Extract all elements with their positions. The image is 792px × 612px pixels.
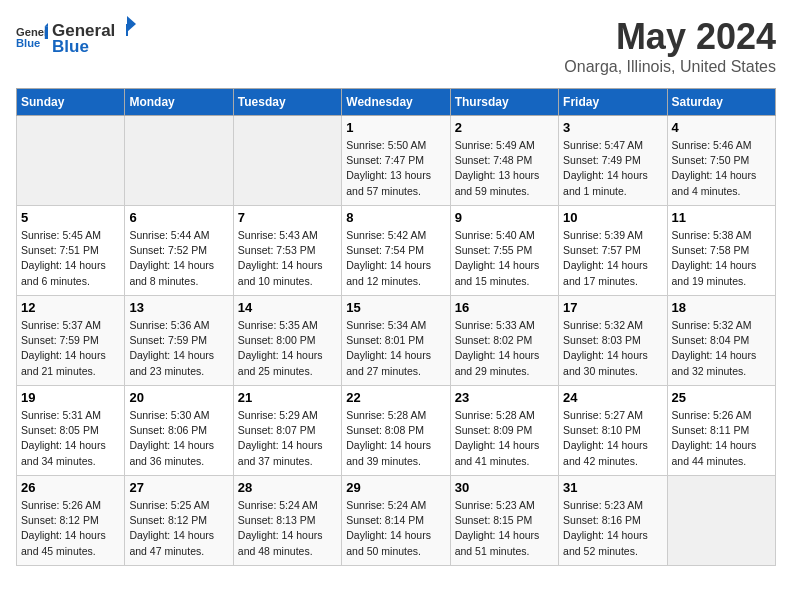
week-row-3: 12Sunrise: 5:37 AMSunset: 7:59 PMDayligh… xyxy=(17,296,776,386)
weekday-header-friday: Friday xyxy=(559,89,667,116)
day-cell xyxy=(233,116,341,206)
cell-info: Sunrise: 5:46 AMSunset: 7:50 PMDaylight:… xyxy=(672,138,771,199)
cell-info: Sunrise: 5:30 AMSunset: 8:06 PMDaylight:… xyxy=(129,408,228,469)
svg-marker-4 xyxy=(127,16,136,32)
svg-text:General: General xyxy=(16,25,48,37)
day-number: 25 xyxy=(672,390,771,405)
cell-info: Sunrise: 5:49 AMSunset: 7:48 PMDaylight:… xyxy=(455,138,554,199)
cell-info: Sunrise: 5:31 AMSunset: 8:05 PMDaylight:… xyxy=(21,408,120,469)
cell-info: Sunrise: 5:39 AMSunset: 7:57 PMDaylight:… xyxy=(563,228,662,289)
day-number: 1 xyxy=(346,120,445,135)
day-cell: 7Sunrise: 5:43 AMSunset: 7:53 PMDaylight… xyxy=(233,206,341,296)
cell-info: Sunrise: 5:42 AMSunset: 7:54 PMDaylight:… xyxy=(346,228,445,289)
day-cell: 26Sunrise: 5:26 AMSunset: 8:12 PMDayligh… xyxy=(17,476,125,566)
weekday-header-tuesday: Tuesday xyxy=(233,89,341,116)
day-cell xyxy=(125,116,233,206)
day-number: 6 xyxy=(129,210,228,225)
day-number: 26 xyxy=(21,480,120,495)
day-number: 29 xyxy=(346,480,445,495)
weekday-header-wednesday: Wednesday xyxy=(342,89,450,116)
day-cell: 21Sunrise: 5:29 AMSunset: 8:07 PMDayligh… xyxy=(233,386,341,476)
day-number: 21 xyxy=(238,390,337,405)
day-cell: 18Sunrise: 5:32 AMSunset: 8:04 PMDayligh… xyxy=(667,296,775,386)
cell-info: Sunrise: 5:28 AMSunset: 8:08 PMDaylight:… xyxy=(346,408,445,469)
subtitle: Onarga, Illinois, United States xyxy=(564,58,776,76)
cell-info: Sunrise: 5:28 AMSunset: 8:09 PMDaylight:… xyxy=(455,408,554,469)
day-cell: 23Sunrise: 5:28 AMSunset: 8:09 PMDayligh… xyxy=(450,386,558,476)
cell-info: Sunrise: 5:43 AMSunset: 7:53 PMDaylight:… xyxy=(238,228,337,289)
cell-info: Sunrise: 5:34 AMSunset: 8:01 PMDaylight:… xyxy=(346,318,445,379)
week-row-5: 26Sunrise: 5:26 AMSunset: 8:12 PMDayligh… xyxy=(17,476,776,566)
day-cell: 30Sunrise: 5:23 AMSunset: 8:15 PMDayligh… xyxy=(450,476,558,566)
day-cell: 24Sunrise: 5:27 AMSunset: 8:10 PMDayligh… xyxy=(559,386,667,476)
main-title: May 2024 xyxy=(564,16,776,58)
cell-info: Sunrise: 5:32 AMSunset: 8:04 PMDaylight:… xyxy=(672,318,771,379)
day-cell xyxy=(667,476,775,566)
weekday-header-row: SundayMondayTuesdayWednesdayThursdayFrid… xyxy=(17,89,776,116)
cell-info: Sunrise: 5:26 AMSunset: 8:11 PMDaylight:… xyxy=(672,408,771,469)
day-number: 16 xyxy=(455,300,554,315)
day-number: 10 xyxy=(563,210,662,225)
day-number: 19 xyxy=(21,390,120,405)
week-row-4: 19Sunrise: 5:31 AMSunset: 8:05 PMDayligh… xyxy=(17,386,776,476)
cell-info: Sunrise: 5:32 AMSunset: 8:03 PMDaylight:… xyxy=(563,318,662,379)
day-cell: 3Sunrise: 5:47 AMSunset: 7:49 PMDaylight… xyxy=(559,116,667,206)
weekday-header-saturday: Saturday xyxy=(667,89,775,116)
svg-text:Blue: Blue xyxy=(16,37,40,49)
day-number: 12 xyxy=(21,300,120,315)
day-cell: 11Sunrise: 5:38 AMSunset: 7:58 PMDayligh… xyxy=(667,206,775,296)
logo-flag-icon xyxy=(118,16,136,36)
cell-info: Sunrise: 5:27 AMSunset: 8:10 PMDaylight:… xyxy=(563,408,662,469)
day-number: 20 xyxy=(129,390,228,405)
day-cell: 28Sunrise: 5:24 AMSunset: 8:13 PMDayligh… xyxy=(233,476,341,566)
day-cell: 14Sunrise: 5:35 AMSunset: 8:00 PMDayligh… xyxy=(233,296,341,386)
day-number: 13 xyxy=(129,300,228,315)
day-number: 15 xyxy=(346,300,445,315)
day-cell: 12Sunrise: 5:37 AMSunset: 7:59 PMDayligh… xyxy=(17,296,125,386)
cell-info: Sunrise: 5:47 AMSunset: 7:49 PMDaylight:… xyxy=(563,138,662,199)
day-cell: 31Sunrise: 5:23 AMSunset: 8:16 PMDayligh… xyxy=(559,476,667,566)
day-cell: 1Sunrise: 5:50 AMSunset: 7:47 PMDaylight… xyxy=(342,116,450,206)
svg-marker-2 xyxy=(45,23,48,26)
cell-info: Sunrise: 5:37 AMSunset: 7:59 PMDaylight:… xyxy=(21,318,120,379)
day-number: 8 xyxy=(346,210,445,225)
weekday-header-sunday: Sunday xyxy=(17,89,125,116)
day-number: 24 xyxy=(563,390,662,405)
day-cell: 22Sunrise: 5:28 AMSunset: 8:08 PMDayligh… xyxy=(342,386,450,476)
cell-info: Sunrise: 5:44 AMSunset: 7:52 PMDaylight:… xyxy=(129,228,228,289)
day-cell: 9Sunrise: 5:40 AMSunset: 7:55 PMDaylight… xyxy=(450,206,558,296)
day-cell: 2Sunrise: 5:49 AMSunset: 7:48 PMDaylight… xyxy=(450,116,558,206)
day-number: 22 xyxy=(346,390,445,405)
day-number: 28 xyxy=(238,480,337,495)
day-cell: 25Sunrise: 5:26 AMSunset: 8:11 PMDayligh… xyxy=(667,386,775,476)
title-block: May 2024 Onarga, Illinois, United States xyxy=(564,16,776,76)
cell-info: Sunrise: 5:36 AMSunset: 7:59 PMDaylight:… xyxy=(129,318,228,379)
day-number: 3 xyxy=(563,120,662,135)
cell-info: Sunrise: 5:29 AMSunset: 8:07 PMDaylight:… xyxy=(238,408,337,469)
day-number: 9 xyxy=(455,210,554,225)
week-row-2: 5Sunrise: 5:45 AMSunset: 7:51 PMDaylight… xyxy=(17,206,776,296)
cell-info: Sunrise: 5:40 AMSunset: 7:55 PMDaylight:… xyxy=(455,228,554,289)
day-cell: 29Sunrise: 5:24 AMSunset: 8:14 PMDayligh… xyxy=(342,476,450,566)
day-number: 4 xyxy=(672,120,771,135)
week-row-1: 1Sunrise: 5:50 AMSunset: 7:47 PMDaylight… xyxy=(17,116,776,206)
cell-info: Sunrise: 5:45 AMSunset: 7:51 PMDaylight:… xyxy=(21,228,120,289)
day-cell: 19Sunrise: 5:31 AMSunset: 8:05 PMDayligh… xyxy=(17,386,125,476)
day-number: 23 xyxy=(455,390,554,405)
day-cell xyxy=(17,116,125,206)
day-number: 18 xyxy=(672,300,771,315)
day-number: 5 xyxy=(21,210,120,225)
cell-info: Sunrise: 5:33 AMSunset: 8:02 PMDaylight:… xyxy=(455,318,554,379)
cell-info: Sunrise: 5:35 AMSunset: 8:00 PMDaylight:… xyxy=(238,318,337,379)
day-number: 2 xyxy=(455,120,554,135)
day-number: 7 xyxy=(238,210,337,225)
weekday-header-thursday: Thursday xyxy=(450,89,558,116)
cell-info: Sunrise: 5:25 AMSunset: 8:12 PMDaylight:… xyxy=(129,498,228,559)
day-cell: 4Sunrise: 5:46 AMSunset: 7:50 PMDaylight… xyxy=(667,116,775,206)
day-number: 31 xyxy=(563,480,662,495)
day-number: 14 xyxy=(238,300,337,315)
calendar-table: SundayMondayTuesdayWednesdayThursdayFrid… xyxy=(16,88,776,566)
cell-info: Sunrise: 5:26 AMSunset: 8:12 PMDaylight:… xyxy=(21,498,120,559)
day-cell: 17Sunrise: 5:32 AMSunset: 8:03 PMDayligh… xyxy=(559,296,667,386)
weekday-header-monday: Monday xyxy=(125,89,233,116)
